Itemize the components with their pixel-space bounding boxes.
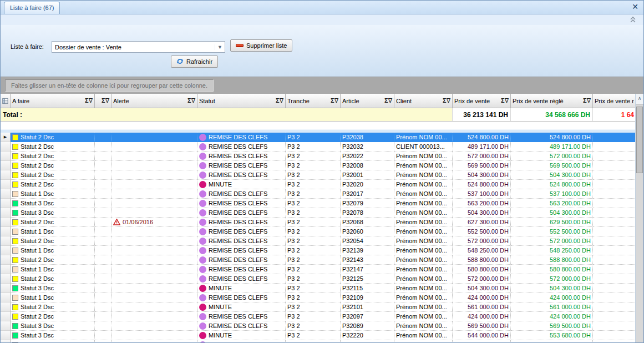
cell-article[interactable]: P32060 xyxy=(341,227,394,236)
cell-statut[interactable]: REMISE DES CLEFS xyxy=(197,170,286,180)
column-header-Tranche[interactable]: TrancheΣ∇ xyxy=(286,94,341,108)
cell-alerte[interactable] xyxy=(111,170,197,180)
cell-tranche[interactable]: P3 2 xyxy=(286,331,341,340)
cell-prix[interactable]: 569 500.00 DH xyxy=(453,321,511,331)
cell-regle[interactable]: 489 171.00 DH xyxy=(511,142,593,152)
table-row[interactable]: Statut 2 DscREMISE DES CLEFSP3 2P32008Pr… xyxy=(1,161,636,170)
cell-client[interactable]: CLIENT 000013... xyxy=(394,142,453,152)
table-row[interactable]: Statut 2 DscREMISE DES CLEFSP3 2P32022Pr… xyxy=(1,152,636,161)
cell-alerte[interactable] xyxy=(111,293,197,302)
cell-reste[interactable] xyxy=(593,255,636,265)
cell-reste[interactable] xyxy=(593,312,636,321)
cell-blank[interactable] xyxy=(95,199,111,208)
cell-client[interactable]: Prénom NOM 00... xyxy=(394,189,453,199)
cell-client[interactable]: Prénom NOM 00... xyxy=(394,265,453,274)
cell-statut[interactable]: REMISE DES CLEFS xyxy=(197,189,286,199)
row-indicator[interactable]: ▶ xyxy=(1,133,11,142)
table-row[interactable]: Statut 1 DscREMISE DES CLEFSP3 2P32017Pr… xyxy=(1,189,636,199)
collapse-panel-icon[interactable] xyxy=(630,16,636,24)
cell-article[interactable]: P32147 xyxy=(341,265,394,274)
cell-article[interactable]: P32078 xyxy=(341,208,394,218)
cell-statut[interactable]: REMISE DES CLEFS xyxy=(197,142,286,152)
cell-regle[interactable]: 552 500.00 DH xyxy=(511,227,593,236)
cell-blank[interactable] xyxy=(95,227,111,236)
cell-blank[interactable] xyxy=(95,293,111,302)
cell-statut[interactable]: REMISE DES CLEFS xyxy=(197,312,286,321)
table-row[interactable]: Statut 1 DscREMISE DES CLEFSP3 2P32139Pr… xyxy=(1,246,636,255)
cell-prix[interactable]: 572 000.00 DH xyxy=(453,274,511,284)
cell-afaire[interactable]: Statut 3 Dsc xyxy=(11,208,95,218)
cell-afaire[interactable]: Statut 3 Dsc xyxy=(11,340,95,343)
column-header-icons[interactable]: Σ∇ xyxy=(95,94,111,108)
row-indicator[interactable] xyxy=(1,340,11,343)
cell-prix[interactable]: 548 250.00 DH xyxy=(453,246,511,255)
cell-reste[interactable] xyxy=(593,236,636,246)
cell-afaire[interactable]: Statut 2 Dsc xyxy=(11,161,95,170)
cell-blank[interactable] xyxy=(95,265,111,274)
column-header-Prix de vente r[interactable]: Prix de vente r xyxy=(593,94,636,108)
table-row[interactable]: Statut 2 DscREMISE DES CLEFSP3 2P32032CL… xyxy=(1,142,636,152)
cell-regle[interactable]: 587 600.00 DH xyxy=(511,340,593,343)
cell-alerte[interactable] xyxy=(111,340,197,343)
cell-tranche[interactable]: P3 2 xyxy=(286,274,341,284)
cell-reste[interactable] xyxy=(593,142,636,152)
row-indicator[interactable] xyxy=(1,293,11,302)
table-row[interactable]: Statut 3 DscMINUTEP3 2P32220Prénom NOM 0… xyxy=(1,331,636,340)
cell-article[interactable]: P32109 xyxy=(341,293,394,302)
cell-prix[interactable]: 572 000.00 DH xyxy=(453,236,511,246)
cell-afaire[interactable]: Statut 2 Dsc xyxy=(11,218,95,227)
cell-alerte[interactable] xyxy=(111,227,197,236)
cell-tranche[interactable]: P3 2 xyxy=(286,161,341,170)
row-indicator[interactable] xyxy=(1,227,11,236)
column-header-Prix de vente réglé[interactable]: Prix de vente régléΣ∇ xyxy=(511,94,593,108)
cell-afaire[interactable]: Statut 2 Dsc xyxy=(11,274,95,284)
cell-alerte[interactable] xyxy=(111,265,197,274)
cell-alerte[interactable] xyxy=(111,312,197,321)
cell-statut[interactable]: REMISE DES CLEFS xyxy=(197,227,286,236)
column-header-Statut[interactable]: StatutΣ∇ xyxy=(197,94,286,108)
cell-tranche[interactable]: P3 2 xyxy=(286,293,341,302)
cell-client[interactable]: Prénom NOM 00... xyxy=(394,312,453,321)
cell-tranche[interactable]: P3 2 xyxy=(286,321,341,331)
table-row[interactable]: Statut 2 DscMINUTEP3 2P32020Prénom NOM 0… xyxy=(1,180,636,189)
table-row[interactable]: Statut 3 DscREMISE DES CLEFSP3 2P32218Pr… xyxy=(1,340,636,343)
cell-regle[interactable]: 524 800.00 DH xyxy=(511,133,593,142)
cell-blank[interactable] xyxy=(95,236,111,246)
cell-blank[interactable] xyxy=(95,170,111,180)
cell-alerte[interactable] xyxy=(111,208,197,218)
cell-afaire[interactable]: Statut 1 Dsc xyxy=(11,246,95,255)
table-row[interactable]: Statut 3 DscMINUTEP3 2P32115Prénom NOM 0… xyxy=(1,284,636,293)
cell-tranche[interactable]: P3 2 xyxy=(286,180,341,189)
cell-reste[interactable] xyxy=(593,284,636,293)
cell-client[interactable]: Prénom NOM 00... xyxy=(394,293,453,302)
cell-article[interactable]: P32089 xyxy=(341,321,394,331)
cell-client[interactable]: Prénom NOM 00... xyxy=(394,284,453,293)
cell-regle[interactable]: 561 000.00 DH xyxy=(511,302,593,312)
table-row[interactable]: Statut 2 DscREMISE DES CLEFSP3 2P32125Pr… xyxy=(1,274,636,284)
cell-blank[interactable] xyxy=(95,321,111,331)
cell-statut[interactable]: REMISE DES CLEFS xyxy=(197,199,286,208)
row-indicator[interactable] xyxy=(1,312,11,321)
scroll-up-icon[interactable]: ∧ xyxy=(636,94,643,105)
cell-regle[interactable]: 572 000.00 DH xyxy=(511,274,593,284)
cell-article[interactable]: P32008 xyxy=(341,161,394,170)
sum-filter-icons[interactable]: Σ∇ xyxy=(276,97,283,104)
cell-article[interactable]: P32054 xyxy=(341,236,394,246)
cell-tranche[interactable]: P3 2 xyxy=(286,302,341,312)
sum-filter-icons[interactable]: Σ∇ xyxy=(583,97,591,104)
column-header-A faire[interactable]: A faireΣ∇ xyxy=(11,94,95,108)
cell-reste[interactable] xyxy=(593,161,636,170)
cell-client[interactable]: Prénom NOM 00... xyxy=(394,227,453,236)
cell-afaire[interactable]: Statut 1 Dsc xyxy=(11,189,95,199)
cell-statut[interactable]: REMISE DES CLEFS xyxy=(197,321,286,331)
cell-regle[interactable]: 504 300.00 DH xyxy=(511,170,593,180)
cell-statut[interactable]: REMISE DES CLEFS xyxy=(197,133,286,142)
cell-statut[interactable]: REMISE DES CLEFS xyxy=(197,161,286,170)
cell-alerte[interactable] xyxy=(111,199,197,208)
table-row[interactable]: ▶Statut 2 DscREMISE DES CLEFSP3 2P32038P… xyxy=(1,133,636,142)
cell-article[interactable]: P32097 xyxy=(341,312,394,321)
cell-afaire[interactable]: Statut 3 Dsc xyxy=(11,321,95,331)
cell-tranche[interactable]: P3 2 xyxy=(286,265,341,274)
cell-statut[interactable]: MINUTE xyxy=(197,331,286,340)
cell-client[interactable]: Prénom NOM 00... xyxy=(394,321,453,331)
